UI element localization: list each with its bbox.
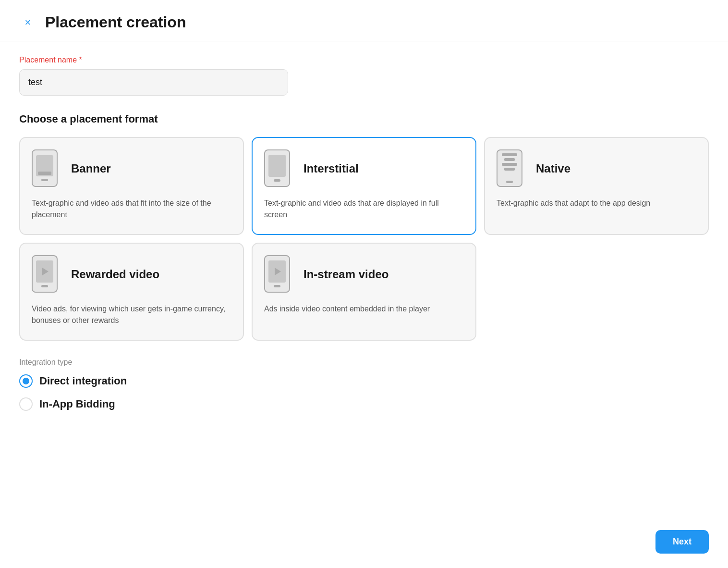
dialog-content: Placement name * Choose a placement form… (0, 41, 728, 440)
next-button[interactable]: Next (655, 530, 709, 554)
format-card-native-top: Native (497, 149, 696, 188)
instream-video-description: Ads inside video content embedded in the… (264, 303, 464, 315)
placement-name-input[interactable] (19, 69, 288, 96)
format-grid-row1: Banner Text-graphic and video ads that f… (19, 137, 709, 235)
inapp-bidding-option[interactable]: In-App Bidding (19, 397, 709, 411)
instream-video-label: In-stream video (303, 268, 388, 281)
rewarded-video-label: Rewarded video (71, 268, 159, 281)
dialog-header: × Placement creation (0, 0, 728, 41)
format-card-native[interactable]: Native Text-graphic ads that adapt to th… (484, 137, 709, 235)
placement-name-label: Placement name * (19, 56, 709, 64)
native-description: Text-graphic ads that adapt to the app d… (497, 198, 696, 209)
grid-spacer (484, 243, 709, 341)
placement-creation-dialog: × Placement creation Placement name * Ch… (0, 0, 728, 568)
format-card-banner[interactable]: Banner Text-graphic and video ads that f… (19, 137, 244, 235)
placement-name-field: Placement name * (19, 56, 709, 96)
inapp-bidding-radio[interactable] (19, 397, 33, 411)
format-card-interstitial[interactable]: Interstitial Text-graphic and video ads … (252, 137, 476, 235)
interstitial-icon (264, 149, 294, 188)
close-icon: × (25, 16, 31, 29)
format-card-banner-top: Banner (32, 149, 231, 188)
interstitial-label: Interstitial (303, 162, 359, 175)
format-card-rewarded-top: Rewarded video (32, 255, 231, 294)
direct-integration-option[interactable]: Direct integration (19, 374, 709, 388)
dialog-title: Placement creation (45, 13, 186, 31)
inapp-bidding-label: In-App Bidding (39, 398, 115, 410)
close-button[interactable]: × (19, 14, 36, 31)
interstitial-description: Text-graphic and video ads that are disp… (264, 198, 464, 221)
instream-video-icon (264, 255, 294, 294)
format-card-rewarded-video[interactable]: Rewarded video Video ads, for viewing wh… (19, 243, 244, 341)
format-card-instream-top: In-stream video (264, 255, 464, 294)
rewarded-video-description: Video ads, for viewing which user gets i… (32, 303, 231, 326)
format-card-instream-video[interactable]: In-stream video Ads inside video content… (252, 243, 476, 341)
banner-description: Text-graphic and video ads that fit into… (32, 198, 231, 221)
next-button-row: Next (655, 530, 709, 554)
integration-section: Integration type Direct integration In-A… (19, 358, 709, 411)
rewarded-video-icon (32, 255, 61, 294)
direct-integration-label: Direct integration (39, 375, 127, 387)
format-grid-row2: Rewarded video Video ads, for viewing wh… (19, 243, 709, 341)
format-card-interstitial-top: Interstitial (264, 149, 464, 188)
banner-icon (32, 149, 61, 188)
native-label: Native (536, 162, 570, 175)
native-icon (497, 149, 526, 188)
integration-label: Integration type (19, 358, 709, 367)
banner-label: Banner (71, 162, 111, 175)
direct-integration-radio[interactable] (19, 374, 33, 388)
format-section-title: Choose a placement format (19, 113, 709, 125)
